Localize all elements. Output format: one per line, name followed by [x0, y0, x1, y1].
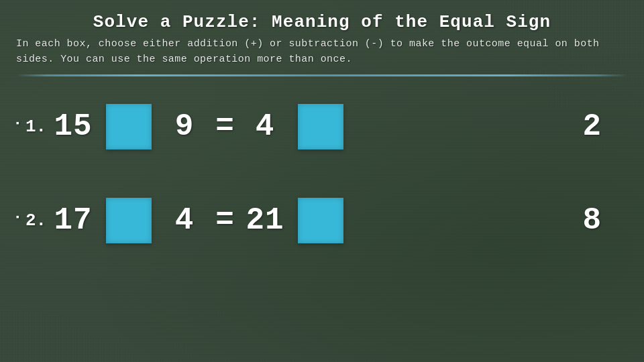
- puzzle-number-2: 2.: [16, 210, 50, 231]
- puzzle-2-left-value: 17: [50, 203, 97, 238]
- puzzle-1-equals: =: [208, 109, 241, 144]
- main-content: Solve a Puzzle: Meaning of the Equal Sig…: [0, 0, 644, 267]
- puzzle-row-1: 1. 15 9 = 4 2: [16, 90, 628, 164]
- instructions-text: In each box, choose either addition (+) …: [16, 36, 628, 68]
- puzzle-1-left-value: 15: [50, 109, 97, 144]
- chalk-divider: [16, 74, 628, 76]
- puzzle-1-middle-value: 9: [161, 109, 208, 144]
- puzzle-1-right-value: 4: [241, 109, 288, 144]
- puzzle-2-box-2[interactable]: [298, 198, 343, 243]
- page-title: Solve a Puzzle: Meaning of the Equal Sig…: [16, 12, 628, 32]
- puzzle-2-box-1[interactable]: [106, 198, 152, 243]
- puzzle-number-1: 1.: [16, 117, 50, 137]
- puzzle-1-box-1[interactable]: [106, 104, 152, 149]
- puzzle-2-middle-value: 4: [161, 203, 208, 238]
- puzzle-1-box-2[interactable]: [298, 104, 343, 149]
- puzzle-1-last-value: 2: [561, 109, 601, 144]
- puzzle-2-equals: =: [208, 203, 241, 238]
- puzzle-row-2: 2. 17 4 = 21 8: [16, 184, 628, 257]
- puzzle-2-last-value: 8: [561, 203, 601, 238]
- row-gap: [16, 164, 628, 184]
- puzzle-2-right-value: 21: [241, 203, 288, 238]
